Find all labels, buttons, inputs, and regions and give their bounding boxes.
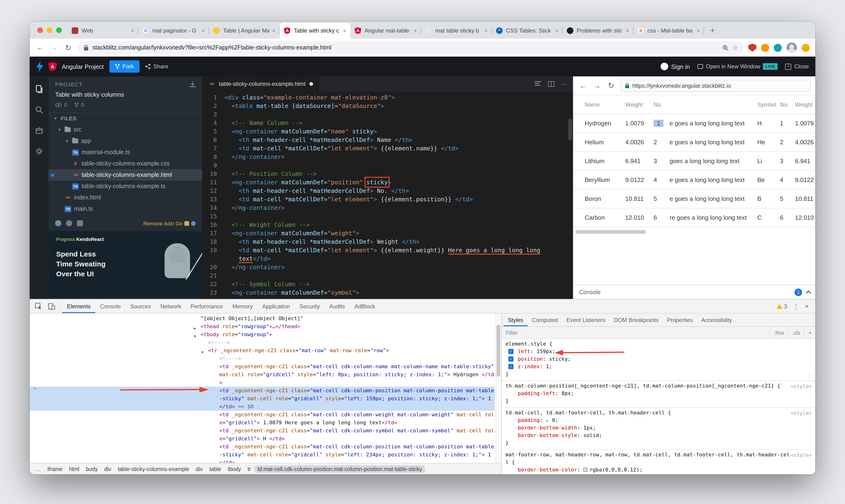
table-row[interactable]: Helium4.00262e goes a long long long tex…: [573, 133, 815, 152]
tab-close-icon[interactable]: ×: [555, 28, 558, 34]
browser-tab[interactable]: *CSS Tables: Stick×: [492, 23, 562, 39]
editor-tab[interactable]: <> table-sticky-columns-example.html: [203, 76, 319, 91]
sign-in-button[interactable]: Sign in: [661, 63, 690, 70]
dom-node[interactable]: ▼<tr _ngcontent-nge-c21 class="mat-row" …: [30, 346, 495, 355]
files-rail-icon[interactable]: [35, 85, 43, 93]
share-button[interactable]: Share: [145, 63, 168, 70]
gutter-ellipsis[interactable]: …: [34, 383, 37, 391]
file-tree-item[interactable]: TSmaterial-module.ts: [49, 147, 202, 158]
devtools-tab-security[interactable]: Security: [295, 300, 325, 313]
styles-tab-styles[interactable]: Styles: [504, 313, 527, 326]
tab-close-icon[interactable]: ×: [485, 28, 488, 34]
file-tree-item[interactable]: TStable-sticky-columns-example.ts: [49, 181, 202, 192]
reload-button[interactable]: ↻: [64, 43, 73, 52]
profile-avatar[interactable]: [787, 42, 797, 53]
tab-close-icon[interactable]: ×: [414, 28, 417, 34]
dom-node[interactable]: <td _ngcontent-nge-c21 class="mat-cell c…: [30, 443, 495, 463]
dom-node[interactable]: <td _ngcontent-nge-c21 class="mat-cell c…: [30, 411, 495, 427]
browser-tab[interactable]: Web×: [68, 23, 138, 39]
css-property[interactable]: ✓left: 159px;: [505, 348, 811, 356]
twitter-icon[interactable]: [55, 220, 61, 226]
outline-icon[interactable]: [535, 81, 541, 87]
breadcrumb-item[interactable]: html: [66, 465, 82, 473]
close-window-button[interactable]: [37, 28, 43, 33]
bookmark-star-icon[interactable]: ☆: [733, 44, 738, 51]
file-tree-item[interactable]: <>index.html: [49, 192, 202, 203]
style-rule[interactable]: <style>th.mat-column-position[_ngcontent…: [502, 381, 815, 408]
table-row[interactable]: Beryllium9.01224e goes a long long long …: [573, 171, 815, 190]
breadcrumb-item[interactable]: …: [33, 465, 43, 473]
stylesheet-link[interactable]: <style>: [791, 409, 811, 417]
file-tree-item[interactable]: TSmain.ts: [49, 203, 202, 215]
fork-button[interactable]: Fork: [109, 60, 140, 73]
dom-scrollbar[interactable]: [496, 313, 501, 463]
css-property[interactable]: border-bottom-color: rgba(0,0,0,0.12);: [505, 466, 811, 474]
download-icon[interactable]: [190, 81, 196, 87]
devtools-tab-network[interactable]: Network: [156, 300, 186, 313]
open-in-new-window-button[interactable]: Open in New Window LIVE: [697, 63, 778, 70]
minimize-window-button[interactable]: [47, 28, 52, 33]
editor-scrollbar[interactable]: [568, 119, 572, 141]
file-tree-item[interactable]: ▾src: [49, 124, 202, 135]
filter-input[interactable]: Filter: [505, 330, 518, 336]
dom-node[interactable]: <!---->: [30, 339, 495, 346]
table-row[interactable]: Hydrogen1.00791e goes a long long long t…: [573, 114, 815, 133]
dom-node[interactable]: <td _ngcontent-nge-c21 class="mat-cell c…: [30, 386, 495, 411]
forward-button[interactable]: →: [50, 43, 59, 52]
css-property[interactable]: ✓z-index: 1;: [505, 363, 811, 371]
table-row[interactable]: Lithium6.9413goes a long long long textL…: [573, 152, 815, 171]
file-tree-item[interactable]: ▾app: [49, 135, 202, 147]
breadcrumb-item[interactable]: div: [193, 465, 205, 473]
tab-close-icon[interactable]: ×: [626, 28, 629, 34]
browser-tab[interactable]: AAngular mat-table×: [350, 23, 421, 39]
preview-forward-button[interactable]: →: [592, 81, 602, 90]
deploy-rail-icon[interactable]: [35, 126, 43, 135]
styles-tab-properties[interactable]: Properties: [663, 313, 697, 326]
adblock-extension-icon[interactable]: [748, 43, 756, 52]
property-checkbox[interactable]: ✓: [508, 356, 514, 362]
browser-tab[interactable]: Gmat paginator - G×: [138, 23, 209, 39]
stackblitz-logo-icon[interactable]: [36, 61, 43, 72]
devtools-tab-performance[interactable]: Performance: [186, 300, 228, 313]
back-button[interactable]: ←: [35, 43, 45, 52]
remove-ads-link[interactable]: Remove Ads! Go: [143, 220, 196, 226]
tab-close-icon[interactable]: ×: [343, 28, 346, 34]
github-social-icon[interactable]: [66, 220, 72, 226]
tab-close-icon[interactable]: ×: [272, 28, 275, 34]
comment-icon[interactable]: [77, 220, 83, 226]
browser-tab[interactable]: ATable with sticky c×: [280, 23, 350, 39]
dom-node[interactable]: "[object Object],[object Object]": [30, 314, 495, 323]
css-property[interactable]: padding-left: 8px;: [505, 390, 811, 397]
breadcrumb-item[interactable]: tbody: [225, 465, 244, 473]
account-avatar[interactable]: [802, 43, 810, 52]
style-rule[interactable]: element.style {✓left: 159px;✓position: s…: [502, 339, 815, 381]
settings-gear-icon[interactable]: [35, 147, 43, 156]
dom-node[interactable]: ▶<thead role="rowgroup">…</thead>: [30, 323, 495, 330]
table-row[interactable]: Boron10.8115e goes a long long long text…: [573, 190, 815, 209]
browser-tab[interactable]: ≣css - Mat-table ba×: [633, 23, 704, 39]
property-checkbox[interactable]: ✓: [508, 364, 514, 369]
breadcrumb-item[interactable]: body: [83, 465, 101, 473]
files-section-header[interactable]: ▾ FILES: [49, 112, 202, 124]
rule-menu-icon[interactable]: ⋮: [807, 372, 812, 380]
tab-close-icon[interactable]: ×: [697, 28, 700, 34]
zoom-window-button[interactable]: [56, 28, 62, 33]
devtools-tab-adblock[interactable]: AdBlock: [349, 300, 380, 313]
file-tree-item[interactable]: #table-sticky-columns-example.css: [49, 158, 202, 169]
styles-tab-accessibility[interactable]: Accessibility: [697, 313, 736, 326]
new-style-rule-button[interactable]: +: [804, 327, 815, 339]
devtools-tab-audits[interactable]: Audits: [324, 300, 349, 313]
devtools-tab-console[interactable]: Console: [95, 300, 125, 313]
breadcrumb-item[interactable]: div: [102, 465, 114, 473]
breadcrumb-item[interactable]: table: [206, 465, 224, 473]
close-editor-button[interactable]: × Close: [785, 63, 809, 70]
stylesheet-link[interactable]: <style>: [791, 451, 811, 459]
devtools-close-icon[interactable]: ×: [805, 303, 809, 310]
dom-node[interactable]: ▼<tbody role="rowgroup">: [30, 330, 495, 339]
preview-url-field[interactable]: https://lynkxvonedv.angular.stackblitz.i…: [621, 79, 811, 92]
breadcrumb-item[interactable]: table-sticky-columns-example: [115, 465, 192, 473]
breadcrumb-item[interactable]: iframe: [44, 465, 65, 473]
color-swatch[interactable]: [583, 468, 588, 472]
zoom-icon[interactable]: [723, 44, 729, 51]
device-toolbar-icon[interactable]: [45, 300, 58, 313]
